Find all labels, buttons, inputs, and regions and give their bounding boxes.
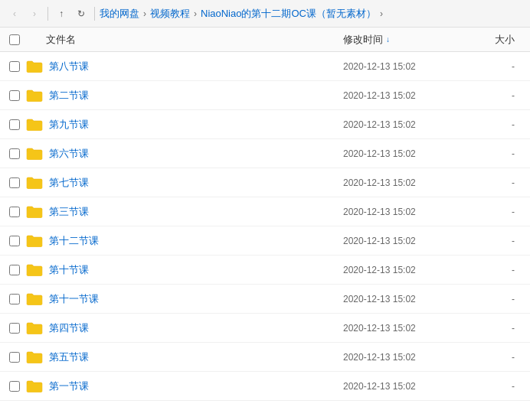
row-checkbox-cell	[3, 90, 26, 101]
breadcrumb-sep-0: ›	[143, 8, 146, 19]
table-row[interactable]: 第五节课 2020-12-13 15:02 -	[0, 343, 530, 372]
row-checkbox-cell	[3, 352, 26, 363]
breadcrumb-sep-1: ›	[194, 8, 197, 19]
file-name-label: 第五节课	[49, 350, 89, 364]
table-row[interactable]: 第十节课 2020-12-13 15:02 -	[0, 256, 530, 285]
row-checkbox[interactable]	[9, 90, 20, 101]
breadcrumb-sep-2: ›	[380, 8, 383, 19]
table-row[interactable]: 第十一节课 2020-12-13 15:02 -	[0, 285, 530, 314]
row-checkbox[interactable]	[9, 119, 20, 130]
forward-button[interactable]: ›	[26, 5, 43, 22]
folder-icon	[26, 60, 43, 73]
table-row[interactable]: 第十二节课 2020-12-13 15:02 -	[0, 226, 530, 256]
back-button[interactable]: ‹	[6, 5, 23, 22]
breadcrumb-item-0[interactable]: 我的网盘	[100, 7, 139, 21]
file-name-cell: 第四节课	[26, 321, 343, 335]
row-checkbox[interactable]	[9, 207, 20, 217]
row-checkbox-cell	[3, 236, 26, 246]
column-size-header: 大小	[481, 33, 527, 47]
file-name-cell: 第九节课	[26, 118, 343, 132]
row-checkbox[interactable]	[9, 265, 20, 275]
file-size-cell: -	[481, 90, 527, 101]
column-name-header: 文件名	[26, 33, 343, 47]
file-name-cell: 第十二节课	[26, 234, 343, 248]
file-modified-cell: 2020-12-13 15:02	[343, 265, 481, 275]
column-modified-header[interactable]: 修改时间 ↓	[343, 33, 481, 47]
nav-divider	[47, 7, 48, 21]
file-name-label: 第十一节课	[49, 292, 99, 306]
row-checkbox[interactable]	[9, 352, 20, 363]
file-name-label: 第十二节课	[49, 234, 99, 248]
folder-icon	[26, 263, 43, 277]
row-checkbox-cell	[3, 61, 26, 72]
folder-icon	[26, 379, 43, 393]
row-checkbox-cell	[3, 119, 26, 130]
folder-icon	[26, 147, 43, 161]
file-modified-cell: 2020-12-13 15:02	[343, 207, 481, 217]
row-checkbox-cell	[3, 148, 26, 159]
file-name-label: 第三节课	[49, 205, 89, 219]
file-modified-cell: 2020-12-13 15:02	[343, 119, 481, 130]
file-name-cell: 第六节课	[26, 147, 343, 161]
table-row[interactable]: 第四节课 2020-12-13 15:02 -	[0, 314, 530, 343]
folder-icon	[26, 350, 43, 364]
folder-icon	[26, 321, 43, 335]
header-checkbox-cell	[3, 34, 26, 45]
table-row[interactable]: 第八节课 2020-12-13 15:02 -	[0, 52, 530, 81]
table-row[interactable]: 第六节课 2020-12-13 15:02 -	[0, 139, 530, 168]
row-checkbox[interactable]	[9, 294, 20, 304]
refresh-button[interactable]: ↻	[73, 5, 90, 22]
file-name-label: 第六节课	[49, 147, 89, 161]
file-size-cell: -	[481, 265, 527, 275]
breadcrumb: 我的网盘 › 视频教程 › NiaoNiao的第十二期OC课（暂无素材） ›	[100, 7, 385, 21]
file-size-cell: -	[481, 352, 527, 363]
file-name-label: 第四节课	[49, 321, 89, 335]
row-checkbox-cell	[3, 323, 26, 334]
row-checkbox[interactable]	[9, 323, 20, 334]
file-size-cell: -	[481, 177, 527, 188]
file-modified-cell: 2020-12-13 15:02	[343, 61, 481, 72]
file-name-cell: 第十节课	[26, 263, 343, 277]
file-size-cell: -	[481, 148, 527, 159]
table-row[interactable]: 第九节课 2020-12-13 15:02 -	[0, 110, 530, 139]
table-row[interactable]: 第一节课 2020-12-13 15:02 -	[0, 372, 530, 401]
row-checkbox[interactable]	[9, 148, 20, 159]
file-size-cell: -	[481, 294, 527, 304]
file-name-cell: 第七节课	[26, 176, 343, 190]
file-name-cell: 第一节课	[26, 379, 343, 393]
file-name-label: 第十节课	[49, 263, 89, 277]
folder-icon	[26, 118, 43, 132]
nav-divider-2	[94, 7, 95, 21]
column-header: 文件名 修改时间 ↓ 大小	[0, 28, 530, 52]
folder-icon	[26, 234, 43, 248]
up-button[interactable]: ↑	[53, 5, 70, 22]
row-checkbox[interactable]	[9, 177, 20, 188]
row-checkbox[interactable]	[9, 236, 20, 246]
file-size-cell: -	[481, 119, 527, 130]
file-name-cell: 第二节课	[26, 89, 343, 103]
row-checkbox-cell	[3, 207, 26, 217]
file-name-cell: 第五节课	[26, 350, 343, 364]
breadcrumb-item-2[interactable]: NiaoNiao的第十二期OC课（暂无素材）	[201, 7, 376, 21]
row-checkbox[interactable]	[9, 61, 20, 72]
folder-icon	[26, 292, 43, 306]
folder-icon	[26, 89, 43, 103]
select-all-checkbox[interactable]	[9, 34, 20, 45]
row-checkbox-cell	[3, 265, 26, 275]
file-size-cell: -	[481, 323, 527, 334]
file-name-label: 第八节课	[49, 60, 89, 73]
breadcrumb-item-1[interactable]: 视频教程	[150, 7, 190, 21]
file-modified-cell: 2020-12-13 15:02	[343, 352, 481, 363]
table-row[interactable]: 第三节课 2020-12-13 15:02 -	[0, 197, 530, 226]
file-size-cell: -	[481, 236, 527, 246]
sort-down-icon: ↓	[386, 35, 390, 44]
table-row[interactable]: 第七节课 2020-12-13 15:02 -	[0, 168, 530, 197]
folder-icon	[26, 205, 43, 219]
file-size-cell: -	[481, 381, 527, 392]
file-size-cell: -	[481, 61, 527, 72]
nav-bar: ‹ › ↑ ↻ 我的网盘 › 视频教程 › NiaoNiao的第十二期OC课（暂…	[0, 0, 530, 28]
file-list: 第八节课 2020-12-13 15:02 - 第二节课 2020-12-13 …	[0, 52, 530, 420]
row-checkbox[interactable]	[9, 381, 20, 392]
table-row[interactable]: 第二节课 2020-12-13 15:02 -	[0, 81, 530, 110]
file-modified-cell: 2020-12-13 15:02	[343, 294, 481, 304]
